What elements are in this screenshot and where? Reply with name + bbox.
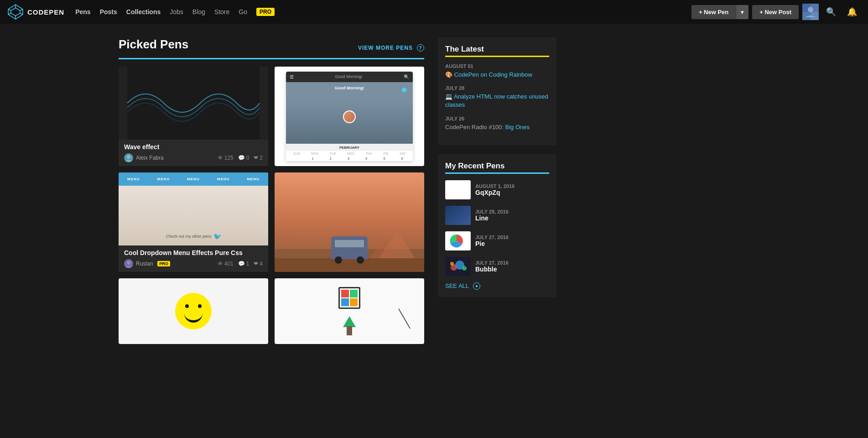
- logo[interactable]: CODEPEN: [7, 4, 64, 20]
- recent-pen-item[interactable]: JULY 27, 2016 Pie: [445, 231, 549, 250]
- avatar-image: [802, 4, 819, 20]
- search-button[interactable]: 🔍: [822, 5, 840, 19]
- pen-card[interactable]: Soldiers of Fortune Chris Gannon PRO 👁: [275, 172, 424, 272]
- bell-icon: 🔔: [847, 7, 857, 16]
- latest-text: CodePen Radio #100: Big Ones: [445, 123, 549, 131]
- latest-date: JULY 26: [445, 116, 549, 121]
- picked-pens-section: Picked Pens VIEW MORE PENS ?: [119, 37, 438, 344]
- view-more-info-icon: ?: [417, 44, 424, 52]
- latest-link[interactable]: CodePen on Coding Rainbow: [454, 71, 532, 78]
- pen-card[interactable]: Wave effect Aleix Fabra 👁 125: [119, 67, 268, 166]
- latest-title-bar: [445, 56, 549, 57]
- main-nav: Pens Posts Collections: [75, 8, 161, 16]
- avatar[interactable]: [802, 4, 819, 20]
- go-pro-badge[interactable]: PRO: [256, 8, 275, 16]
- svg-point-14: [127, 155, 130, 159]
- recent-pen-date: JULY 27, 2016: [475, 260, 549, 266]
- latest-text: 💻 Analyze HTML now catches unused classe…: [445, 93, 549, 109]
- pen-thumbnail: [119, 67, 268, 140]
- latest-section: The Latest AUGUST 01 🎨 CodePen on Coding…: [438, 37, 556, 145]
- latest-item: JULY 26 CodePen Radio #100: Big Ones: [445, 116, 549, 131]
- pen-author: Aleix Fabra: [124, 153, 164, 162]
- latest-item: JULY 28 💻 Analyze HTML now catches unuse…: [445, 85, 549, 109]
- recent-pens-title: My Recent Pens: [445, 162, 549, 171]
- see-all-link[interactable]: SEE ALL ●: [445, 282, 549, 290]
- svg-line-3: [20, 9, 23, 10]
- codepen-logo-icon: [7, 4, 24, 20]
- pen-card[interactable]: MENU MENU MENU MENU MENU Check out my ot…: [119, 172, 268, 272]
- recent-pen-item[interactable]: AUGUST 1, 2016 GqXpZq: [445, 180, 549, 199]
- logo-text: CODEPEN: [27, 8, 64, 16]
- pen-thumbnail: [275, 278, 424, 344]
- pen-card[interactable]: Smiley: [119, 278, 268, 344]
- recent-pen-item[interactable]: JULY 27, 2016 Bubble: [445, 257, 549, 276]
- nav-collections[interactable]: Collections: [126, 8, 161, 16]
- view-more-pens-link[interactable]: VIEW MORE PENS ?: [358, 44, 424, 52]
- smiley-mouth: [184, 313, 203, 323]
- pen-thumbnail: ☰ Good Morning! 🔍 Good Morning! FEBRUARY…: [275, 67, 424, 166]
- heart-count: ❤ 2: [254, 155, 263, 161]
- nav-pens[interactable]: Pens: [75, 8, 90, 16]
- new-post-button[interactable]: + New Post: [752, 5, 799, 19]
- pen-thumbnail: [275, 172, 424, 272]
- recent-pen-name: Line: [475, 214, 549, 222]
- recent-pen-name: Pie: [475, 240, 549, 247]
- recent-pen-thumbnail: [445, 206, 471, 225]
- pen-grid: Wave effect Aleix Fabra 👁 125: [119, 67, 424, 344]
- nav-go[interactable]: Go: [239, 8, 247, 16]
- recent-pen-thumbnail: [445, 257, 471, 276]
- author-avatar: [124, 259, 133, 268]
- nav-blog[interactable]: Blog: [192, 8, 205, 16]
- search-icon: 🔍: [826, 7, 836, 16]
- svg-point-11: [808, 7, 813, 12]
- recent-pen-info: AUGUST 1, 2016 GqXpZq: [475, 183, 549, 196]
- recent-pen-item[interactable]: JULY 29, 2016 Line: [445, 206, 549, 225]
- svg-point-18: [127, 261, 130, 265]
- recent-pen-name: Bubble: [475, 266, 549, 273]
- pro-badge: PRO: [157, 261, 170, 266]
- new-pen-button[interactable]: + New Pen: [691, 5, 736, 19]
- recent-pen-thumbnail: [445, 231, 471, 250]
- pen-card[interactable]: ☰ Good Morning! 🔍 Good Morning! FEBRUARY…: [275, 67, 424, 166]
- main-content: Picked Pens VIEW MORE PENS ?: [0, 24, 868, 358]
- nav-store[interactable]: Store: [214, 8, 229, 16]
- pen-meta: Aleix Fabra 👁 125 💬 0: [124, 153, 263, 162]
- recent-pen-info: JULY 29, 2016 Line: [475, 209, 549, 222]
- pen-card[interactable]: Misc: [275, 278, 424, 344]
- section-header: Picked Pens VIEW MORE PENS ?: [119, 37, 424, 52]
- pen-info: Wave effect Aleix Fabra 👁 125: [119, 140, 268, 166]
- header-right: + New Pen ▾ + New Post 🔍 🔔: [691, 4, 861, 20]
- new-pen-dropdown-button[interactable]: ▾: [736, 5, 748, 19]
- smiley-eye-left: [185, 304, 189, 308]
- pen-thumbnail: MENU MENU MENU MENU MENU Check out my ot…: [119, 172, 268, 245]
- recent-pen-name: GqXpZq: [475, 189, 549, 196]
- nav-posts[interactable]: Posts: [100, 8, 117, 16]
- pen-thumbnail: [119, 278, 268, 344]
- svg-point-25: [450, 262, 454, 266]
- header: CODEPEN Pens Posts Collections Jobs Blog…: [0, 0, 868, 24]
- view-count: 👁 125: [218, 155, 234, 161]
- new-pen-button-group: + New Pen ▾: [691, 5, 748, 19]
- recent-pen-info: JULY 27, 2016 Pie: [475, 235, 549, 247]
- recent-pen-thumbnail: [445, 180, 471, 199]
- recent-pens-title-bar: [445, 172, 549, 174]
- latest-date: AUGUST 01: [445, 63, 549, 69]
- svg-line-6: [8, 13, 11, 15]
- latest-link[interactable]: Analyze HTML now catches unused classes: [445, 93, 548, 108]
- section-title: Picked Pens: [119, 37, 188, 52]
- secondary-nav: Jobs Blog Store GoPRO: [170, 8, 275, 16]
- recent-pens-section: My Recent Pens AUGUST 1, 2016 GqXpZq JUL…: [438, 154, 556, 297]
- nav-jobs[interactable]: Jobs: [170, 8, 183, 16]
- recent-pen-date: JULY 27, 2016: [475, 235, 549, 240]
- author-avatar: [124, 153, 133, 162]
- pen-info: Cool Dropdown Menu Effects Pure Css Rusl…: [119, 245, 268, 272]
- sidebar-right: The Latest AUGUST 01 🎨 CodePen on Coding…: [438, 37, 556, 344]
- pen-title: Wave effect: [124, 143, 263, 151]
- recent-pen-info: JULY 27, 2016 Bubble: [475, 260, 549, 273]
- latest-link[interactable]: Big Ones: [505, 124, 530, 130]
- smiley-eye-right: [198, 304, 202, 308]
- author-name: Aleix Fabra: [136, 155, 164, 161]
- heart-count: ❤ 4: [254, 261, 263, 267]
- notifications-button[interactable]: 🔔: [843, 5, 861, 19]
- recent-pen-date: JULY 29, 2016: [475, 209, 549, 214]
